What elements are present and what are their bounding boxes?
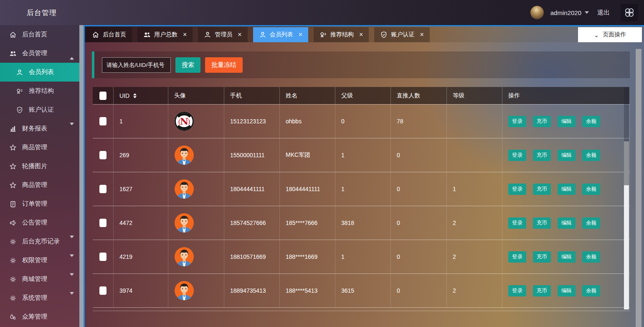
sidebar-item-13[interactable]: 商城管理 (0, 270, 79, 289)
chevron-down-icon (585, 11, 589, 14)
cell-name: 188****1669 (280, 240, 335, 273)
home-icon (92, 31, 99, 38)
row-checkbox[interactable] (99, 117, 106, 125)
sidebar-item-label: 会员管理 (22, 49, 47, 57)
col-uid[interactable]: UID (114, 87, 168, 104)
cell-direct: 78 (391, 105, 447, 138)
badge-icon (319, 31, 327, 38)
sidebar-item-label: 权限管理 (22, 256, 47, 264)
action-button-0[interactable]: 登录 (508, 184, 526, 195)
topbar: 后台管理 admin2020 退出 (0, 0, 644, 25)
action-button-3[interactable]: 余额 (582, 217, 600, 229)
chevron-down-icon (70, 238, 74, 245)
row-checkbox[interactable] (99, 219, 106, 227)
select-all-checkbox[interactable] (99, 92, 106, 100)
sidebar-item-15[interactable]: 众筹管理 (0, 307, 79, 326)
action-button-2[interactable]: 编辑 (558, 116, 576, 127)
cell-actions: 登录充币编辑余额 (502, 274, 630, 307)
logout-button[interactable]: 退出 (597, 9, 610, 17)
home-icon (9, 31, 17, 38)
close-icon[interactable]: × (299, 31, 302, 38)
search-input[interactable] (102, 57, 171, 73)
tab-5[interactable]: 账户认证× (374, 27, 429, 42)
sidebar-item-7[interactable]: 轮播图片 (0, 157, 79, 176)
tab-1[interactable]: 用户总数× (137, 27, 193, 42)
cell-checkbox (93, 105, 114, 138)
row-checkbox[interactable] (99, 286, 106, 295)
action-button-0[interactable]: 登录 (508, 251, 526, 263)
sidebar-item-0[interactable]: 后台首页 (0, 25, 79, 44)
action-button-1[interactable]: 充币 (533, 150, 551, 161)
sidebar-item-9[interactable]: 订单管理 (0, 194, 79, 213)
action-button-2[interactable]: 编辑 (558, 184, 576, 195)
sidebar-item-label: 商城管理 (22, 275, 47, 283)
row-checkbox[interactable] (99, 185, 106, 193)
tab-2[interactable]: 管理员× (198, 27, 247, 42)
avatar (174, 145, 194, 165)
sidebar-scrollbar[interactable] (79, 25, 84, 327)
notice-icon (9, 219, 17, 227)
search-button[interactable]: 搜索 (175, 57, 200, 73)
action-button-3[interactable]: 余额 (582, 150, 600, 161)
batch-freeze-button[interactable]: 批量冻结 (205, 57, 243, 73)
sidebar-item-3[interactable]: 推荐结构 (0, 82, 79, 100)
tab-4[interactable]: 推荐结构× (314, 27, 369, 42)
action-button-2[interactable]: 编辑 (558, 251, 576, 263)
sidebar-item-1[interactable]: 会员管理 (0, 44, 79, 63)
page-actions-button[interactable]: ⌄ 页面操作 (578, 27, 642, 42)
action-button-2[interactable]: 编辑 (558, 285, 576, 296)
action-button-1[interactable]: 充币 (533, 217, 551, 229)
action-button-3[interactable]: 余额 (582, 251, 600, 263)
sidebar-item-10[interactable]: 公告管理 (0, 213, 79, 232)
cell-name: ohbbs (280, 105, 335, 138)
tab-0[interactable]: 后台首页 (86, 27, 132, 42)
cell-phone: 18810571669 (224, 240, 280, 273)
sidebar-item-14[interactable]: 系统管理 (0, 289, 79, 307)
star-icon (9, 181, 17, 189)
chevron-up-icon (70, 50, 74, 57)
action-button-1[interactable]: 充币 (533, 184, 551, 195)
tab-label: 后台首页 (103, 31, 126, 38)
sidebar-item-5[interactable]: 财务报表 (0, 119, 79, 138)
sidebar-item-2[interactable]: 会员列表 (0, 63, 79, 82)
row-checkbox[interactable] (99, 253, 106, 261)
page-scrollbar[interactable] (636, 49, 641, 327)
action-button-0[interactable]: 登录 (508, 150, 526, 161)
row-checkbox[interactable] (99, 151, 106, 159)
action-button-1[interactable]: 充币 (533, 285, 551, 296)
close-icon[interactable]: × (359, 31, 363, 38)
close-icon[interactable]: × (238, 31, 241, 38)
action-button-3[interactable]: 余额 (582, 285, 600, 296)
col-level: 等级 (447, 87, 502, 104)
user-menu[interactable]: admin2020 (550, 9, 589, 16)
avatar (174, 213, 194, 233)
tab-label: 用户总数 (154, 31, 177, 38)
action-button-0[interactable]: 登录 (508, 285, 526, 296)
clover-icon[interactable] (621, 4, 638, 21)
action-button-1[interactable]: 充币 (533, 116, 551, 127)
action-button-3[interactable]: 余额 (582, 116, 600, 127)
table-row-1: 26915500001111MKC军团10登录充币编辑余额 (93, 138, 630, 172)
table-scrollbar-thumb-grey[interactable] (624, 141, 629, 185)
close-icon[interactable]: × (420, 31, 423, 38)
action-button-0[interactable]: 登录 (508, 116, 526, 127)
cell-direct: 0 (391, 206, 447, 240)
sort-icon[interactable] (133, 93, 137, 98)
sidebar-item-11[interactable]: 后台充币记录 (0, 232, 79, 251)
action-button-3[interactable]: 余额 (582, 184, 600, 195)
close-icon[interactable]: × (183, 31, 187, 38)
action-button-2[interactable]: 编辑 (558, 150, 576, 161)
action-button-0[interactable]: 登录 (508, 217, 526, 229)
sidebar-item-6[interactable]: 商品管理 (0, 138, 79, 157)
sidebar-item-4[interactable]: 账户认证 (0, 100, 79, 119)
user-avatar[interactable] (530, 6, 544, 19)
action-button-1[interactable]: 充币 (533, 251, 551, 263)
action-button-2[interactable]: 编辑 (558, 217, 576, 229)
tab-3[interactable]: 会员列表× (253, 27, 308, 42)
sidebar-item-12[interactable]: 权限管理 (0, 251, 79, 270)
avatar: N() (174, 111, 194, 131)
table-scrollbar[interactable] (624, 87, 629, 309)
table-scrollbar-thumb[interactable] (624, 185, 629, 309)
star-icon (9, 163, 17, 170)
sidebar-item-8[interactable]: 商品管理 (0, 176, 79, 194)
